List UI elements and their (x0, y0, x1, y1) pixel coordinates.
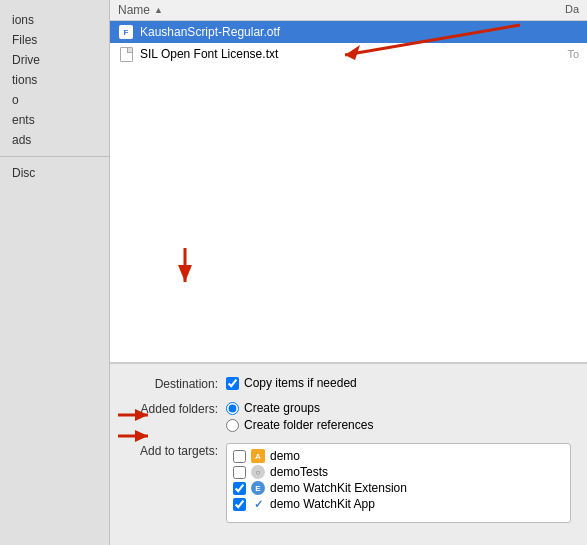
sidebar-item-disc[interactable]: Disc (0, 163, 109, 183)
target-watchkit-app-checkbox[interactable] (233, 498, 246, 511)
destination-row: Destination: Copy items if needed (126, 376, 571, 393)
copy-items-row: Copy items if needed (226, 376, 571, 390)
add-targets-row: Add to targets: A demo ○ demoTests (126, 443, 571, 523)
sidebar-divider (0, 156, 109, 157)
destination-label: Destination: (126, 376, 226, 391)
target-row-watchkit-ext[interactable]: E demo WatchKit Extension (233, 480, 564, 496)
txt-file-date: To (567, 48, 579, 60)
options-panel: Destination: Copy items if needed Added … (110, 363, 587, 545)
target-watchkit-ext-checkbox[interactable] (233, 482, 246, 495)
create-groups-radio[interactable] (226, 402, 239, 415)
create-refs-row: Create folder references (226, 418, 571, 432)
create-groups-row: Create groups (226, 401, 571, 415)
file-row-txt[interactable]: SIL Open Font License.txt To (110, 43, 587, 65)
sidebar-item-tions[interactable]: tions (0, 70, 109, 90)
sidebar-item-files[interactable]: Files (0, 30, 109, 50)
added-folders-label: Added folders: (126, 401, 226, 416)
target-demotests-checkbox[interactable] (233, 466, 246, 479)
sidebar: ions Files Drive tions o ents ads Disc (0, 0, 110, 545)
target-demo-icon: A (251, 449, 265, 463)
file-list-area: Name ▲ Da F KaushanScript-Regular.otf SI… (110, 0, 587, 363)
sidebar-item-ions[interactable]: ions (0, 10, 109, 30)
sort-arrow-icon: ▲ (154, 5, 163, 15)
target-demotests-icon: ○ (251, 465, 265, 479)
file-list-header: Name ▲ Da (110, 0, 587, 21)
target-row-watchkit-app[interactable]: ✓ demo WatchKit App (233, 496, 564, 512)
column-name: Name ▲ (118, 3, 549, 17)
txt-file-name: SIL Open Font License.txt (140, 47, 567, 61)
column-date: Da (549, 3, 579, 17)
target-watchkit-app-icon: ✓ (251, 497, 265, 511)
target-row-demotests[interactable]: ○ demoTests (233, 464, 564, 480)
copy-items-label: Copy items if needed (244, 376, 357, 390)
targets-box: A demo ○ demoTests E demo WatchKit Exten… (226, 443, 571, 523)
font-file-icon: F (118, 24, 134, 40)
txt-icon-shape (120, 47, 133, 62)
added-folders-content: Create groups Create folder references (226, 401, 571, 435)
font-icon-shape: F (119, 25, 133, 39)
font-file-name: KaushanScript-Regular.otf (140, 25, 579, 39)
target-row-demo[interactable]: A demo (233, 448, 564, 464)
target-watchkit-app-name: demo WatchKit App (270, 497, 375, 511)
add-targets-label: Add to targets: (126, 443, 226, 458)
target-watchkit-ext-icon: E (251, 481, 265, 495)
target-demo-checkbox[interactable] (233, 450, 246, 463)
main-content: Name ▲ Da F KaushanScript-Regular.otf SI… (110, 0, 587, 545)
target-watchkit-ext-name: demo WatchKit Extension (270, 481, 407, 495)
create-groups-label: Create groups (244, 401, 320, 415)
target-demo-name: demo (270, 449, 300, 463)
sidebar-item-ads[interactable]: ads (0, 130, 109, 150)
sidebar-item-drive[interactable]: Drive (0, 50, 109, 70)
create-refs-radio[interactable] (226, 419, 239, 432)
column-name-label: Name (118, 3, 150, 17)
added-folders-row: Added folders: Create groups Create fold… (126, 401, 571, 435)
copy-items-checkbox[interactable] (226, 377, 239, 390)
file-row-font[interactable]: F KaushanScript-Regular.otf (110, 21, 587, 43)
sidebar-item-ents[interactable]: ents (0, 110, 109, 130)
sidebar-item-o[interactable]: o (0, 90, 109, 110)
create-refs-label: Create folder references (244, 418, 373, 432)
target-demotests-name: demoTests (270, 465, 328, 479)
destination-content: Copy items if needed (226, 376, 571, 393)
targets-content: A demo ○ demoTests E demo WatchKit Exten… (226, 443, 571, 523)
txt-file-icon (118, 46, 134, 62)
